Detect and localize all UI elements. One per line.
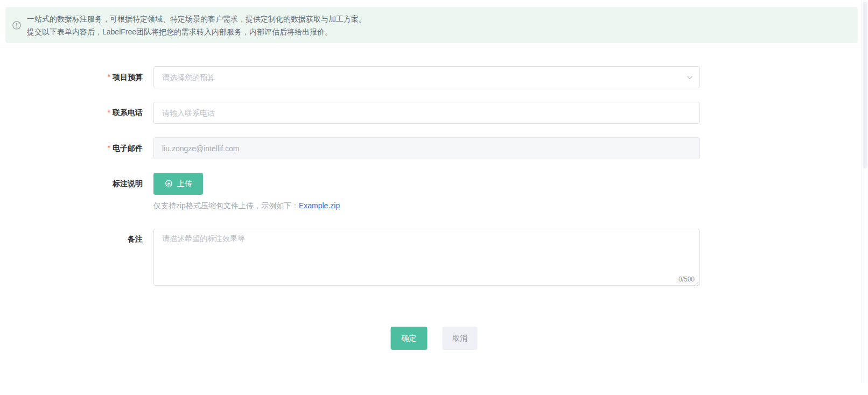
- banner-line-2: 提交以下表单内容后，LabelFree团队将把您的需求转入内部服务，内部评估后将…: [27, 25, 366, 38]
- char-counter: 0/500: [678, 276, 695, 283]
- upload-helper-text: 仅支持zip格式压缩包文件上传，示例如下：Example.zip: [153, 200, 340, 211]
- budget-label: *项目预算: [0, 66, 153, 88]
- form-row-email: *电子邮件: [0, 137, 705, 159]
- email-label: *电子邮件: [0, 137, 153, 159]
- banner-text: 一站式的数据标注服务，可根据特定领域、特定场景的客户需求，提供定制化的数据获取与…: [27, 12, 366, 38]
- upload-button-label: 上传: [177, 179, 192, 189]
- budget-select-input[interactable]: [153, 66, 700, 88]
- form-row-remark: 备注 0/500: [0, 229, 705, 288]
- vertical-scrollbar[interactable]: [862, 0, 868, 383]
- banner-line-1: 一站式的数据标注服务，可根据特定领域、特定场景的客户需求，提供定制化的数据获取与…: [27, 12, 366, 25]
- required-asterisk: *: [108, 108, 110, 117]
- phone-input[interactable]: [153, 102, 700, 124]
- remark-textarea[interactable]: [153, 229, 700, 286]
- example-zip-link[interactable]: Example.zip: [299, 201, 340, 210]
- cancel-button[interactable]: 取消: [443, 327, 478, 350]
- footer-actions: 确定 取消: [391, 327, 478, 350]
- resize-handle-icon[interactable]: [694, 281, 699, 287]
- remark-label: 备注: [0, 229, 153, 244]
- upload-label: 标注说明: [0, 173, 153, 195]
- budget-select[interactable]: [153, 66, 700, 88]
- form-row-phone: *联系电话: [0, 102, 705, 124]
- required-asterisk: *: [108, 73, 110, 81]
- info-banner: 一站式的数据标注服务，可根据特定领域、特定场景的客户需求，提供定制化的数据获取与…: [5, 7, 858, 43]
- email-field: [153, 137, 700, 159]
- form-row-upload: 标注说明 上传: [0, 173, 705, 195]
- info-circle-icon: [12, 21, 21, 30]
- upload-button[interactable]: 上传: [153, 173, 203, 195]
- required-asterisk: *: [108, 144, 110, 152]
- upload-icon: [164, 179, 173, 188]
- phone-label: *联系电话: [0, 102, 153, 124]
- scrollbar-thumb[interactable]: [863, 2, 867, 168]
- confirm-button[interactable]: 确定: [391, 327, 428, 350]
- form-row-budget: *项目预算: [0, 66, 705, 88]
- section-divider: [0, 47, 868, 47]
